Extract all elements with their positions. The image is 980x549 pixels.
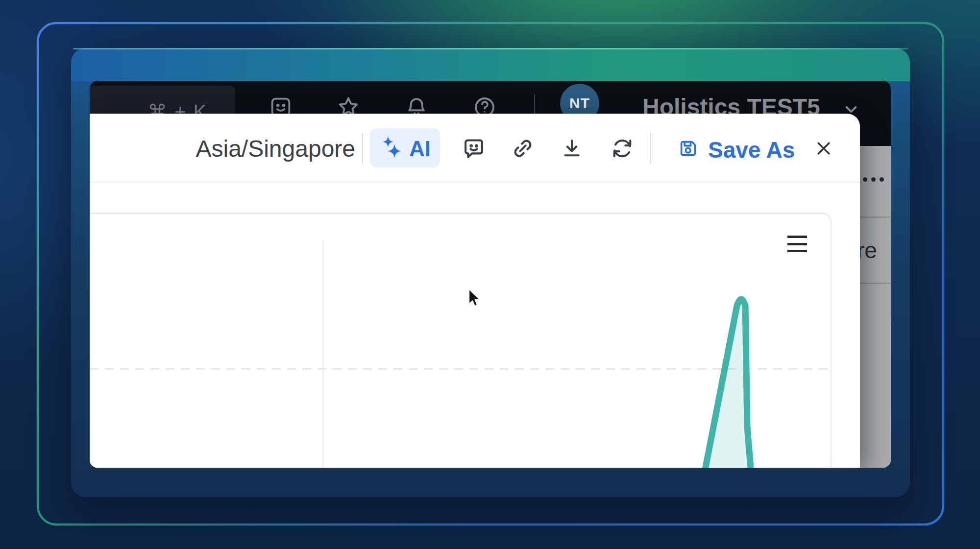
marketing-background: ⌘ + K [0, 0, 980, 549]
avatar-initials: NT [569, 95, 590, 112]
chart-vertical-gridline [322, 241, 324, 468]
ai-button[interactable]: AI [370, 128, 440, 167]
timezone-label: Asia/Singapore [183, 135, 355, 162]
download-icon[interactable] [559, 136, 585, 161]
more-options-icon[interactable] [871, 177, 876, 182]
chart-dashed-gridline [90, 368, 828, 370]
partial-dashboard-text: re [857, 237, 877, 263]
save-floppy-icon[interactable] [677, 137, 699, 160]
window-top-gradient [71, 48, 910, 81]
sparkles-icon [377, 133, 406, 163]
ai-button-label: AI [409, 137, 431, 161]
close-icon[interactable] [814, 139, 833, 158]
refresh-icon[interactable] [610, 136, 635, 161]
more-options-icon[interactable] [863, 177, 867, 182]
framed-window: ⌘ + K [71, 48, 910, 497]
save-as-button[interactable]: Save As [708, 137, 795, 163]
window-top-highlight [73, 48, 908, 49]
chart-menu-icon[interactable] [787, 236, 807, 252]
header-divider [650, 133, 651, 164]
share-link-icon[interactable] [510, 136, 536, 161]
more-options-icon[interactable] [880, 177, 884, 182]
header-bottom-border [90, 182, 860, 183]
comment-icon[interactable] [461, 136, 487, 161]
holistics-app-window: ⌘ + K [90, 81, 891, 468]
header-divider [362, 133, 363, 164]
report-modal: Asia/Singapore AI [90, 114, 860, 468]
chart-card [90, 213, 832, 468]
